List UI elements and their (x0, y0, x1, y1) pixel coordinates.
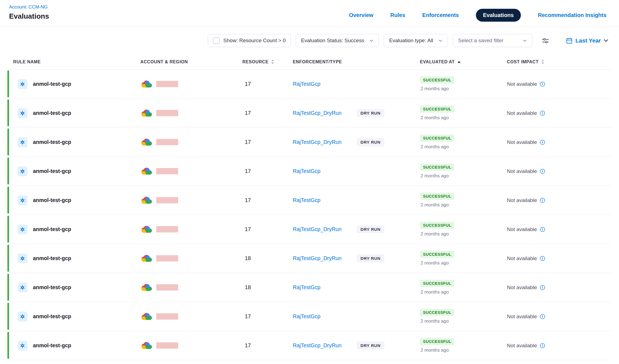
resource-count: 18 (242, 284, 293, 291)
table-row[interactable]: anmol-test-gcp 17 RajTestGcp SUCCESSFUL (7, 186, 611, 215)
gcp-cloud-icon (141, 196, 152, 204)
account-region-cell (140, 254, 242, 262)
cost-impact-value: Not available (507, 226, 537, 232)
row-status-accent-bar (7, 158, 9, 184)
table-row[interactable]: anmol-test-gcp 17 RajTestGcp SUCCESSFUL (7, 302, 611, 331)
gcp-cloud-icon (141, 225, 152, 233)
column-header-resource[interactable]: RESOURCE (242, 59, 293, 64)
rule-icon (18, 108, 27, 118)
resource-count: 17 (242, 313, 293, 320)
gcp-cloud-icon (141, 342, 152, 349)
nav-tab-recommendation-insights[interactable]: Recommendation Insights (538, 12, 606, 18)
enforcement-link[interactable]: RajTestGcp_DryRun (293, 342, 342, 348)
rule-cell: anmol-test-gcp (13, 137, 140, 147)
table-row[interactable]: anmol-test-gcp 17 RajTestGcp_DryRun DRY … (7, 215, 611, 244)
cost-impact-cell: Not available (507, 139, 611, 145)
resource-count: 17 (242, 139, 293, 145)
gcp-cloud-icon (141, 80, 152, 88)
table-row[interactable]: anmol-test-gcp 17 RajTestGcp_DryRun DRY … (7, 331, 611, 360)
resource-count: 17 (242, 81, 293, 87)
nav-tab-overview[interactable]: Overview (349, 12, 373, 18)
top-nav: Overview Rules Enforcements Evaluations … (349, 9, 606, 22)
table-row[interactable]: anmol-test-gcp 17 RajTestGcp SUCCESSFUL (7, 70, 611, 99)
table-row[interactable]: anmol-test-gcp 17 RajTestGcp SUCCESSFUL (7, 157, 611, 186)
account-name-redacted (156, 110, 178, 116)
info-icon[interactable] (540, 81, 545, 87)
info-icon[interactable] (540, 343, 545, 348)
enforcement-link[interactable]: RajTestGcp_DryRun (293, 255, 342, 261)
info-icon[interactable] (540, 198, 545, 203)
status-badge: SUCCESSFUL (420, 193, 454, 200)
enforcement-link[interactable]: RajTestGcp (293, 313, 320, 319)
rule-cell: anmol-test-gcp (13, 341, 140, 351)
enforcement-link[interactable]: RajTestGcp_DryRun (293, 110, 342, 116)
enforcement-link[interactable]: RajTestGcp (293, 284, 320, 290)
evaluated-at-cell: SUCCESSFUL 2 months ago (420, 280, 507, 295)
row-status-accent-bar (7, 70, 9, 97)
enforcement-cell: RajTestGcp_DryRun DRY RUN (293, 254, 420, 262)
info-icon[interactable] (540, 227, 545, 232)
table-header-row: RULE NAME ACCOUNT & REGION RESOURCE ENFO… (7, 54, 611, 70)
nav-tab-rules[interactable]: Rules (390, 12, 405, 18)
cost-impact-value: Not available (507, 139, 537, 145)
resource-count: 17 (242, 342, 293, 349)
enforcement-link[interactable]: RajTestGcp (293, 81, 320, 87)
dry-run-badge: DRY RUN (357, 109, 384, 117)
info-icon[interactable] (540, 314, 545, 319)
rule-cell: anmol-test-gcp (13, 312, 140, 322)
evaluation-status-dropdown[interactable]: Evaluation Status: Success (296, 34, 379, 47)
resource-count-checkbox[interactable] (213, 37, 220, 44)
evaluated-time: 2 months ago (420, 260, 449, 266)
column-header-cost-impact[interactable]: COST IMPACT (507, 59, 611, 64)
column-header-evaluated-at[interactable]: EVALUATED AT (420, 59, 507, 64)
gcp-cloud-icon (141, 312, 152, 320)
enforcement-link[interactable]: RajTestGcp_DryRun (293, 226, 342, 232)
account-region-cell (140, 167, 242, 175)
evaluation-type-value: Evaluation type: All (389, 38, 433, 44)
cost-impact-cell: Not available (507, 81, 611, 87)
cost-impact-value: Not available (507, 314, 537, 320)
chevron-down-icon (438, 38, 443, 43)
info-icon[interactable] (540, 140, 545, 145)
enforcement-link[interactable]: RajTestGcp (293, 197, 320, 203)
cost-impact-value: Not available (507, 197, 537, 203)
filter-settings-icon[interactable] (542, 37, 549, 44)
account-name-redacted (156, 255, 178, 261)
resource-count-filter[interactable]: Show: Resource Count > 0 (208, 34, 291, 47)
info-icon[interactable] (540, 285, 545, 290)
evaluated-at-cell: SUCCESSFUL 2 months ago (420, 309, 507, 324)
nav-tab-enforcements[interactable]: Enforcements (422, 12, 459, 18)
table-row[interactable]: anmol-test-gcp 18 RajTestGcp_DryRun DRY … (7, 244, 611, 273)
header-left: Account: CCM-NG Evaluations (9, 4, 49, 21)
status-badge: SUCCESSFUL (420, 135, 454, 142)
enforcement-link[interactable]: RajTestGcp (293, 168, 320, 174)
gcp-cloud-icon (141, 283, 152, 291)
rule-name: anmol-test-gcp (33, 255, 71, 261)
enforcement-cell: RajTestGcp (293, 313, 420, 320)
info-icon[interactable] (540, 256, 545, 261)
sort-icon[interactable] (271, 59, 274, 64)
table-row[interactable]: anmol-test-gcp 18 RajTestGcp SUCCESSFUL (7, 273, 611, 302)
sort-ascending-icon[interactable] (457, 61, 461, 63)
rule-cell: anmol-test-gcp (13, 108, 140, 118)
account-breadcrumb[interactable]: Account: CCM-NG (9, 4, 49, 10)
date-range-value: Last Year (575, 37, 601, 44)
enforcement-cell: RajTestGcp_DryRun DRY RUN (293, 109, 420, 117)
resource-count-filter-label: Show: Resource Count > 0 (223, 38, 286, 44)
evaluation-type-dropdown[interactable]: Evaluation type: All (384, 34, 448, 47)
gcp-cloud-icon (141, 109, 152, 117)
table-row[interactable]: anmol-test-gcp 17 RajTestGcp_DryRun DRY … (7, 99, 611, 128)
cost-impact-value: Not available (507, 285, 537, 291)
gcp-cloud-icon (141, 254, 152, 262)
saved-filter-dropdown[interactable]: Select a saved filter (453, 34, 532, 47)
info-icon[interactable] (540, 169, 545, 174)
date-range-picker[interactable]: Last Year (566, 37, 608, 44)
info-icon[interactable] (540, 110, 545, 116)
evaluated-time: 2 months ago (420, 86, 449, 92)
enforcement-link[interactable]: RajTestGcp_DryRun (293, 139, 342, 145)
evaluated-time: 2 months ago (420, 231, 449, 237)
row-status-accent-bar (7, 129, 9, 155)
sort-icon[interactable] (541, 59, 544, 64)
table-row[interactable]: anmol-test-gcp 17 RajTestGcp_DryRun DRY … (7, 128, 611, 157)
nav-tab-evaluations[interactable]: Evaluations (476, 9, 521, 22)
